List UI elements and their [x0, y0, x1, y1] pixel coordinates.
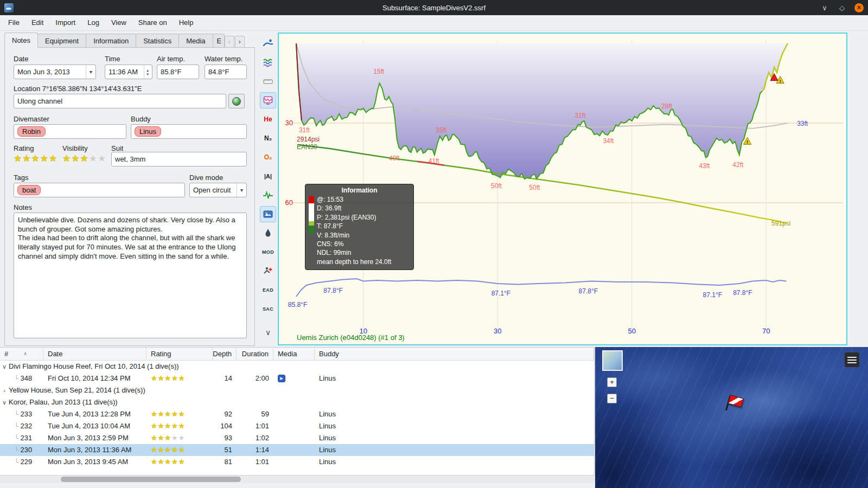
dive-row[interactable]: └233Tue Jun 4, 2013 12:28 PM★★★★★9259Lin… — [0, 408, 594, 420]
svg-text:70: 70 — [762, 327, 770, 335]
toggle-phe-graph[interactable]: He — [260, 111, 276, 127]
tab-equipment[interactable]: Equipment — [37, 34, 86, 48]
tab-scroll-left-icon[interactable]: ‹ — [225, 36, 234, 48]
buddy-field[interactable]: Linus — [131, 124, 247, 139]
column-header-buddy[interactable]: Buddy — [315, 348, 594, 360]
map-layer-thumbnail[interactable] — [602, 350, 623, 371]
column-header-media[interactable]: Media — [273, 348, 315, 360]
tags-field[interactable]: boat — [14, 183, 185, 197]
dive-row[interactable]: └230Mon Jun 3, 2013 11:36 AM★★★★★511:14L… — [0, 444, 594, 456]
toggle-heart-rate[interactable] — [260, 187, 276, 203]
notes-textarea[interactable]: Unbelievable dive. Dozens and dozens of … — [14, 213, 247, 338]
dive-row[interactable]: └231Mon Jun 3, 2013 2:59 PM★★★★★931:02Li… — [0, 432, 594, 444]
dive-flag-marker[interactable] — [722, 391, 745, 415]
toggle-pn2-graph[interactable]: N₂ — [260, 130, 276, 146]
tree-branch-icon: └ — [14, 373, 19, 384]
toggle-sac-label: SAC — [263, 306, 273, 312]
toggle-ead[interactable]: EAD — [260, 282, 276, 298]
location-label: Location 7°16'58.386"N 134°14'43.631"E — [14, 85, 142, 93]
expand-icon[interactable]: › — [0, 384, 9, 396]
visibility-stars[interactable]: ★★★★★ — [62, 153, 106, 164]
trip-row[interactable]: ∨Koror, Palau, Jun 2013 (11 dive(s)) — [0, 396, 594, 408]
water-temp-field[interactable] — [205, 65, 247, 79]
dive-site-map[interactable]: + − — [595, 347, 868, 488]
menu-item-import[interactable]: Import — [49, 15, 81, 30]
buddy-chip[interactable]: Linus — [135, 126, 161, 137]
dive-row[interactable]: └232Tue Jun 4, 2013 10:04 AM★★★★★1041:01… — [0, 420, 594, 432]
collapse-icon[interactable]: ∨ — [0, 396, 9, 408]
minimize-icon[interactable]: ∨ — [820, 4, 829, 12]
time-spinner[interactable]: 11:36 AM ▴▾ — [105, 65, 152, 79]
column-header-duration[interactable]: Duration — [237, 348, 273, 360]
toggle-pressure-graph[interactable] — [260, 54, 276, 70]
chevron-down-icon[interactable]: ▾ — [86, 65, 92, 79]
dive-date: Fri Oct 10, 2014 12:34 PM — [43, 373, 146, 384]
trip-row[interactable]: ∨Divi Flamingo House Reef, Fri Oct 10, 2… — [0, 361, 594, 373]
chevron-down-icon[interactable]: ▾ — [237, 183, 243, 197]
maximize-icon[interactable]: ◇ — [837, 4, 847, 12]
zoom-out-button[interactable]: − — [607, 394, 617, 403]
trip-row[interactable]: ›Yellow House, Sun Sep 21, 2014 (1 dive(… — [0, 384, 594, 396]
toggle-tissues[interactable]: |A| — [260, 168, 276, 184]
dive-duration: 1:14 — [237, 444, 273, 456]
rating-stars[interactable]: ★★★★★ — [14, 153, 58, 164]
toggle-calc-ceiling[interactable] — [260, 263, 276, 279]
star-icon: ★ — [164, 446, 171, 454]
dive-row[interactable]: └348Fri Oct 10, 2014 12:34 PM★★★★★142:00… — [0, 373, 594, 384]
tab-statistics[interactable]: Statistics — [136, 34, 179, 48]
star-icon: ★ — [151, 434, 158, 442]
close-icon[interactable]: × — [854, 3, 864, 12]
star-icon: ★ — [80, 153, 89, 164]
column-header-date[interactable]: Date — [43, 348, 146, 360]
globe-button[interactable] — [228, 94, 245, 108]
spinner-arrows-icon[interactable]: ▴▾ — [144, 65, 149, 79]
tab-e[interactable]: E — [213, 34, 225, 48]
toggle-gas-annotations[interactable] — [260, 225, 276, 241]
dive-duration: 1:01 — [237, 456, 273, 468]
toggle-po2-graph[interactable]: O₂ — [260, 149, 276, 165]
tab-scroll-right-icon[interactable]: › — [235, 36, 245, 48]
toggle-photos[interactable] — [260, 206, 276, 222]
scrollbar-thumb[interactable] — [61, 477, 241, 482]
menu-item-file[interactable]: File — [2, 15, 25, 30]
dive-rating: ★★★★★ — [146, 373, 213, 384]
suit-field[interactable] — [111, 152, 247, 166]
date-select[interactable]: Mon Jun 3, 2013 ▾ — [14, 65, 96, 79]
dive-number: 233 — [21, 408, 33, 420]
toggle-ruler[interactable] — [260, 73, 276, 89]
map-menu-icon[interactable] — [845, 352, 859, 367]
location-field[interactable] — [14, 94, 226, 108]
tab-notes[interactable]: Notes — [4, 33, 38, 48]
menu-item-edit[interactable]: Edit — [25, 15, 49, 30]
divemaster-chip[interactable]: Robin — [17, 126, 46, 137]
toggle-dc-ceiling-icon — [263, 95, 273, 106]
toggle-dive-computer[interactable] — [260, 35, 276, 52]
tab-media[interactable]: Media — [178, 34, 213, 48]
dive-row[interactable]: └229Mon Jun 3, 2013 9:45 AM★★★★★811:01Li… — [0, 456, 594, 468]
profile-infobox: Information @: 15:53 D: 36.9ft P: 2,381p… — [305, 184, 414, 270]
menu-item-help[interactable]: Help — [173, 15, 200, 30]
column-header-rating[interactable]: Rating — [146, 348, 213, 360]
tag-chip[interactable]: boat — [17, 185, 41, 195]
dive-profile-chart[interactable]: 31ft15ft40ft41ft35ft50ft50ft31ft34ft28ft… — [278, 33, 847, 345]
toolbar-scroll-down-icon[interactable]: ∨ — [265, 328, 271, 337]
toggle-dc-ceiling[interactable] — [260, 92, 276, 108]
collapse-icon[interactable]: ∨ — [0, 361, 9, 373]
menu-item-view[interactable]: View — [105, 15, 132, 30]
menu-item-log[interactable]: Log — [81, 15, 105, 30]
horizontal-scrollbar[interactable] — [0, 475, 595, 483]
toggle-sac[interactable]: SAC — [260, 301, 276, 317]
media-icon[interactable]: ▶ — [278, 375, 285, 382]
column-header-depth[interactable]: Depth — [213, 348, 237, 360]
menu-item-share-on[interactable]: Share on — [132, 15, 173, 30]
svg-text:Uemis Zurich (e04d0248) (#1 of: Uemis Zurich (e04d0248) (#1 of 3) — [297, 333, 405, 342]
svg-text:87.1°F: 87.1°F — [492, 290, 510, 297]
column-header-[interactable]: #∧ — [0, 348, 43, 360]
toggle-mod[interactable]: MOD — [260, 244, 276, 260]
dive-mode-select[interactable]: Open circuit ▾ — [189, 183, 247, 197]
zoom-in-button[interactable]: + — [607, 377, 617, 387]
tab-information[interactable]: Information — [86, 34, 136, 48]
divemaster-field[interactable]: Robin — [14, 124, 126, 139]
star-icon: ★ — [49, 153, 58, 164]
air-temp-field[interactable] — [157, 65, 199, 79]
